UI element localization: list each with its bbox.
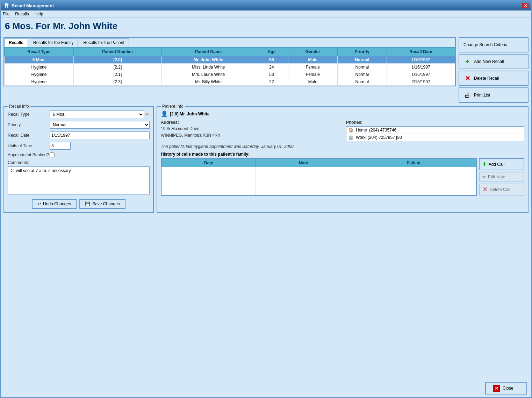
patient-info-box: Patient Info 👤 [2.0] Mr. John White Addr…	[157, 106, 529, 213]
phones-label: Phones:	[346, 120, 524, 125]
print-label: Print List	[474, 93, 490, 98]
save-changes-button[interactable]: 💾 Save Changes	[79, 199, 125, 209]
recall-info-title: Recall Info	[8, 104, 30, 109]
buttons-panel: Change Search Criteria + Add New Recall …	[459, 37, 529, 103]
col-priority: Priority	[337, 48, 387, 56]
address-label: Address:	[161, 120, 339, 125]
tabs-container: Recalls Recalls for the Family Recalls f…	[3, 37, 456, 86]
last-appt-text: The patient's last hygiene appointment w…	[161, 144, 524, 149]
home-phone-icon: 🏠	[348, 128, 354, 133]
history-col-patient: Patient	[351, 159, 476, 167]
menu-help[interactable]: Help	[35, 12, 43, 16]
undo-changes-button[interactable]: ↩ Undo Changes	[32, 199, 77, 209]
recall-table: Recall Type Patient Number Patient Name …	[4, 47, 455, 86]
title-bar-left: 🦷 Recall Management	[3, 3, 54, 8]
title-bar: 🦷 Recall Management ✕	[1, 1, 531, 10]
address-line1: 1995 Maxident Drive	[161, 126, 339, 132]
tab-recalls[interactable]: Recalls	[4, 38, 28, 47]
add-call-button[interactable]: + Add Call	[479, 158, 524, 170]
home-phone-type: Home	[356, 128, 367, 133]
patient-name-row: 👤 [2.0] Mr. John White	[161, 111, 524, 117]
add-new-recall-button[interactable]: + Add New Recall	[459, 54, 529, 69]
bottom-section: Recall Info Recall Type 6 Mos. ✏ Priorit…	[3, 106, 529, 213]
priority-row: Priority Normal	[8, 121, 150, 129]
form-buttons: ↩ Undo Changes 💾 Save Changes	[8, 199, 150, 209]
close-main-icon: ✕	[493, 385, 500, 392]
patient-name: [2.0] Mr. John White	[170, 112, 209, 116]
phones-section: Phones: 🏠 Home (204) 4735746 �	[346, 120, 524, 141]
table-row[interactable]: 6 Mos.[2.0]Mr. John White55MaleNormal1/1…	[5, 56, 455, 64]
close-main-label: Close	[503, 386, 513, 391]
delete-label: Delete Recall	[474, 76, 499, 81]
home-phone-number: (204) 4735746	[369, 128, 396, 133]
delete-call-button[interactable]: ✕ Delete Call	[479, 184, 524, 196]
history-table: Date Note Patient	[161, 159, 476, 195]
priority-label: Priority	[8, 122, 50, 127]
col-patient-number: Patient Number	[73, 48, 161, 56]
table-row[interactable]: Hygiene[2.2]Miss. Linda White24FemaleNor…	[5, 64, 455, 71]
units-input[interactable]	[50, 142, 71, 150]
patient-person-icon: 👤	[161, 111, 168, 117]
content-area: Recalls Recalls for the Family Recalls f…	[1, 34, 531, 379]
close-main-button[interactable]: ✕ Close	[485, 382, 527, 395]
work-phone-icon: 🏢	[348, 135, 354, 140]
edit-note-button[interactable]: ✏ Edit Note	[479, 172, 524, 182]
patient-info-title: Patient Info	[161, 104, 185, 109]
menu-file[interactable]: File	[3, 12, 9, 16]
units-control	[50, 142, 150, 150]
window-title: Recall Management	[12, 3, 54, 8]
recall-type-label: Recall Type	[8, 112, 50, 117]
add-call-label: Add Call	[489, 162, 504, 167]
appt-checkbox[interactable]	[50, 152, 55, 157]
address-line2: WINNIPEG, Manitoba R3N 4R4	[161, 132, 339, 139]
undo-icon: ↩	[37, 201, 41, 206]
recall-type-select[interactable]: 6 Mos.	[50, 111, 144, 118]
table-row[interactable]: Hygiene[2.3]Mr. Billy White22MaleNormal2…	[5, 78, 455, 86]
history-table-wrapper: Date Note Patient	[161, 158, 477, 196]
tab-patient[interactable]: Recalls for the Patient	[79, 38, 129, 47]
address-phones-row: Address: 1995 Maxident Drive WINNIPEG, M…	[161, 120, 524, 141]
history-empty-row	[162, 167, 476, 195]
appt-label: Appointment Booked?	[8, 152, 50, 157]
col-recall-type: Recall Type	[5, 48, 74, 56]
menu-recalls[interactable]: Recalls	[15, 12, 29, 16]
comments-textarea[interactable]	[8, 166, 150, 194]
address-section: Address: 1995 Maxident Drive WINNIPEG, M…	[161, 120, 339, 141]
appt-control	[50, 152, 150, 157]
recall-type-row: Recall Type 6 Mos. ✏	[8, 111, 150, 118]
recall-type-control: 6 Mos. ✏	[50, 111, 150, 118]
print-icon: 🖨	[463, 92, 471, 99]
priority-select[interactable]: Normal	[50, 121, 150, 129]
work-phone-type: Work	[356, 135, 366, 140]
col-gender: Gender	[288, 48, 337, 56]
delete-icon: ✕	[463, 74, 471, 82]
tab-family[interactable]: Recalls for the Family	[29, 38, 78, 47]
print-list-button[interactable]: 🖨 Print List	[459, 87, 529, 103]
priority-control: Normal	[50, 121, 150, 129]
units-row: Units of Time	[8, 142, 150, 150]
menu-bar: File Recalls Help	[1, 10, 531, 18]
phone-work-row: 🏢 Work (204) 7257857 [80	[346, 134, 524, 141]
table-wrapper: Recall Type Patient Number Patient Name …	[4, 47, 455, 86]
col-patient-name: Patient Name	[162, 48, 255, 56]
recall-date-control	[50, 132, 150, 139]
history-section: Date Note Patient	[161, 158, 524, 196]
comments-label: Comments:	[8, 160, 150, 165]
recall-type-edit-icon[interactable]: ✏	[145, 112, 150, 117]
col-recall-date: Recall Date	[387, 48, 455, 56]
plus-icon: +	[463, 58, 471, 66]
main-window: 🦷 Recall Management ✕ File Recalls Help …	[0, 0, 532, 398]
window-close-button[interactable]: ✕	[522, 3, 529, 8]
delete-call-label: Delete Call	[490, 187, 510, 192]
recall-date-input[interactable]	[50, 132, 150, 139]
delete-recall-button[interactable]: ✕ Delete Recall	[459, 71, 529, 86]
tabs-and-buttons: Recalls Recalls for the Family Recalls f…	[3, 37, 529, 103]
col-age: Age	[255, 48, 288, 56]
units-label: Units of Time	[8, 143, 50, 148]
change-search-button[interactable]: Change Search Criteria	[459, 37, 529, 52]
main-heading: 6 Mos. For Mr. John White	[1, 18, 531, 34]
left-panel: Recalls Recalls for the Family Recalls f…	[3, 37, 529, 376]
table-row[interactable]: Hygiene[2.1]Mrs. Laurie White53FemaleNor…	[5, 71, 455, 78]
add-call-icon: +	[482, 160, 487, 168]
edit-note-icon: ✏	[482, 175, 486, 179]
